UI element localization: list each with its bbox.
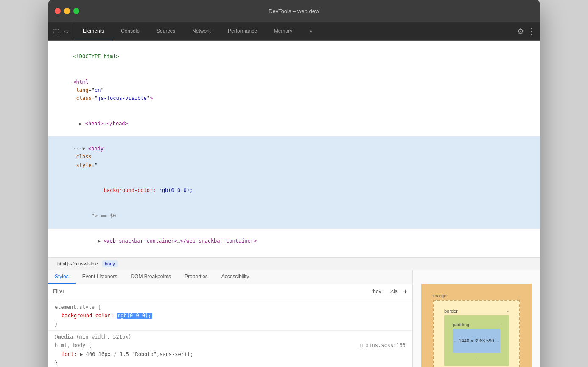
- tab-memory[interactable]: Memory: [266, 22, 301, 40]
- box-model-panel: margin - border - padding -: [413, 270, 540, 367]
- css-media-query[interactable]: @media (min-width: 321px): [55, 333, 406, 341]
- margin-top-value: -: [518, 293, 520, 298]
- settings-icon[interactable]: ⚙: [517, 27, 524, 36]
- css-selector-element[interactable]: element.style {: [55, 303, 406, 311]
- dom-line-snackbar[interactable]: ▶ <web-snackbar-container>…</web-snackba…: [48, 229, 540, 254]
- maximize-button[interactable]: [73, 8, 79, 14]
- styles-content: element.style { background-color: rgb(0 …: [48, 299, 412, 367]
- tab-bar: ⬚ ▱ Elements Console Sources Network Per…: [48, 22, 540, 41]
- border-label: border: [444, 308, 458, 313]
- padding-row: padding -: [453, 322, 500, 327]
- dom-line-body-open[interactable]: ···▼ <body class style=": [48, 136, 540, 178]
- border-box: border - padding - -: [433, 300, 520, 367]
- more-options-icon[interactable]: ⋮: [527, 27, 535, 36]
- styles-panel: Styles Event Listeners DOM Breakpoints P…: [48, 270, 413, 367]
- traffic-lights: [55, 8, 79, 14]
- dom-line-html[interactable]: <html lang="en" class="js-focus-visible"…: [48, 70, 540, 111]
- padding-label: padding: [453, 322, 469, 327]
- tab-sources[interactable]: Sources: [148, 22, 184, 40]
- breadcrumb-bar: html.js-focus-visible body: [48, 258, 540, 270]
- hov-button[interactable]: :hov: [369, 288, 384, 295]
- css-rule-close-1: }: [55, 320, 406, 328]
- dom-line-head[interactable]: ▶ <head>…</head>: [48, 111, 540, 137]
- tab-network[interactable]: Network: [184, 22, 219, 40]
- styles-tabs: Styles Event Listeners DOM Breakpoints P…: [48, 270, 412, 284]
- devtools-icons: ⬚ ▱: [48, 22, 74, 40]
- padding-right-value: -: [497, 338, 499, 343]
- css-rule-element-style: element.style { background-color: rgb(0 …: [48, 301, 412, 331]
- filter-actions: :hov .cls +: [369, 288, 407, 295]
- tab-more[interactable]: »: [301, 22, 321, 40]
- tab-event-listeners[interactable]: Event Listeners: [76, 270, 124, 284]
- tab-styles[interactable]: Styles: [48, 270, 76, 284]
- border-row: border -: [444, 308, 509, 313]
- content-row: - 1440 × 3963.590 -: [454, 338, 499, 343]
- css-selector-html-body[interactable]: html, body { _mixins.scss:163: [55, 341, 406, 350]
- content-box: - 1440 × 3963.590 -: [453, 329, 500, 353]
- box-dimensions: 1440 × 3963.590: [459, 338, 494, 343]
- box-model-diagram: margin - border - padding -: [421, 284, 532, 367]
- inspect-icon[interactable]: ⬚: [53, 27, 59, 35]
- padding-box: padding - - 1440 × 3963.590 -: [444, 315, 509, 366]
- breadcrumb-body[interactable]: body: [102, 260, 118, 267]
- dom-line-doctype[interactable]: <!DOCTYPE html>: [48, 44, 540, 70]
- device-icon[interactable]: ▱: [64, 27, 69, 35]
- cls-button[interactable]: .cls: [387, 288, 400, 295]
- css-source-link[interactable]: _mixins.scss:163: [356, 341, 406, 350]
- title-bar: DevTools – web.dev/: [48, 0, 540, 22]
- dom-tree: <!DOCTYPE html> <html lang="en" class="j…: [48, 41, 540, 258]
- css-property-font[interactable]: font: ▶ 400 16px / 1.5 "Roboto",sans-ser…: [55, 350, 406, 359]
- border-top-value: -: [507, 308, 509, 313]
- tab-performance[interactable]: Performance: [219, 22, 266, 40]
- main-tabs: Elements Console Sources Network Perform…: [74, 22, 512, 40]
- tab-properties[interactable]: Properties: [178, 270, 215, 284]
- padding-bottom-value: -: [476, 354, 477, 359]
- dom-line-body-eq[interactable]: "> == $0: [48, 203, 540, 229]
- css-rule-close-2: }: [55, 359, 406, 367]
- minimize-button[interactable]: [64, 8, 70, 14]
- filter-bar: :hov .cls +: [48, 284, 412, 299]
- css-rule-media: @media (min-width: 321px) html, body { _…: [48, 331, 412, 367]
- padding-bottom-row: -: [453, 354, 500, 359]
- margin-label: margin: [433, 293, 448, 298]
- tab-console[interactable]: Console: [112, 22, 148, 40]
- lower-panel: Styles Event Listeners DOM Breakpoints P…: [48, 270, 540, 367]
- css-property-bg[interactable]: background-color: rgb(0 0 0);: [55, 311, 406, 320]
- breadcrumb-html[interactable]: html.js-focus-visible: [55, 260, 101, 267]
- tab-bar-actions: ⚙ ⋮: [512, 22, 540, 40]
- close-button[interactable]: [55, 8, 61, 14]
- tab-elements[interactable]: Elements: [74, 22, 112, 40]
- window-title: DevTools – web.dev/: [269, 8, 319, 14]
- dom-line-body-style[interactable]: background-color: rgb(0 0 0);: [48, 178, 540, 203]
- tab-accessibility[interactable]: Accessibility: [215, 270, 256, 284]
- padding-top-value: -: [498, 322, 500, 327]
- margin-row: margin -: [433, 293, 520, 298]
- devtools-window: DevTools – web.dev/ ⬚ ▱ Elements Console…: [48, 0, 540, 367]
- padding-left-value: -: [454, 338, 456, 343]
- add-style-button[interactable]: +: [403, 288, 407, 295]
- tab-dom-breakpoints[interactable]: DOM Breakpoints: [124, 270, 178, 284]
- filter-input[interactable]: [53, 288, 369, 294]
